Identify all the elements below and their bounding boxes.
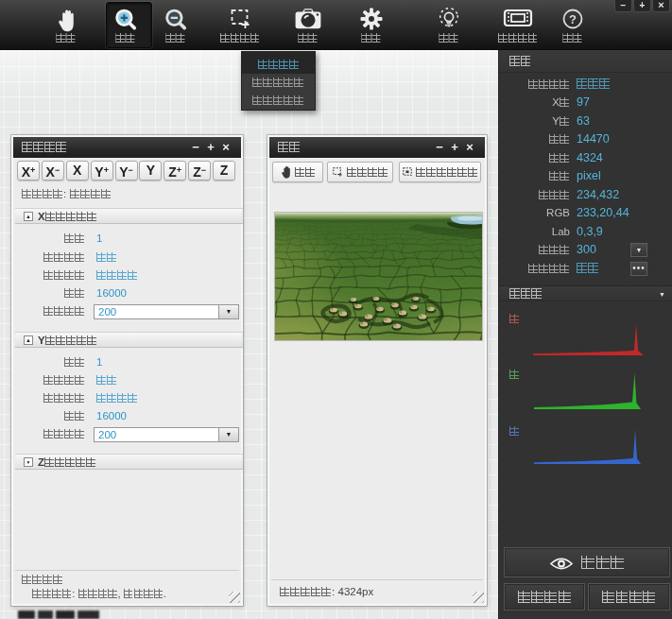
- svg-text:?: ?: [569, 12, 577, 26]
